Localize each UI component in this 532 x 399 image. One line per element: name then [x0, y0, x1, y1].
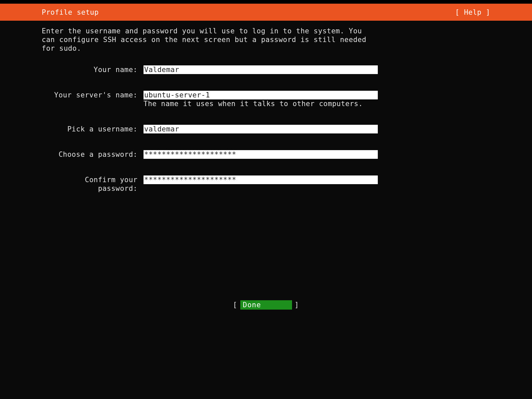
footer-actions: [ Done ] — [0, 300, 532, 310]
instructions-text: Enter the username and password you will… — [42, 27, 375, 53]
bracket-left-icon: [ — [233, 301, 238, 309]
password-input[interactable] — [144, 150, 378, 159]
name-input[interactable] — [144, 65, 378, 74]
confirm-password-label: Confirm your password: — [42, 175, 144, 193]
confirm-password-input[interactable] — [144, 175, 378, 184]
name-label: Your name: — [42, 65, 144, 74]
done-button-label: Done — [240, 300, 292, 310]
password-label: Choose a password: — [42, 150, 144, 159]
bracket-right-icon: ] — [295, 301, 299, 309]
form-row-confirm-password: Confirm your password: — [42, 175, 490, 193]
header-bar: Profile setup [ Help ] — [0, 4, 532, 21]
form-row-username: Pick a username: — [42, 125, 490, 133]
main-content: Enter the username and password you will… — [0, 21, 532, 193]
help-button[interactable]: [ Help ] — [455, 8, 490, 16]
server-name-input[interactable] — [144, 91, 378, 99]
username-label: Pick a username: — [42, 125, 144, 133]
page-title: Profile setup — [42, 8, 99, 16]
form-row-server-name: Your server's name: The name it uses whe… — [42, 91, 490, 108]
form-row-name: Your name: — [42, 65, 490, 74]
form-row-password: Choose a password: — [42, 150, 490, 159]
username-input[interactable] — [144, 125, 378, 133]
window-top-border — [0, 0, 532, 4]
server-name-label: Your server's name: — [42, 91, 144, 99]
server-name-hint: The name it uses when it talks to other … — [144, 99, 378, 108]
done-button[interactable]: [ Done ] — [233, 300, 299, 310]
